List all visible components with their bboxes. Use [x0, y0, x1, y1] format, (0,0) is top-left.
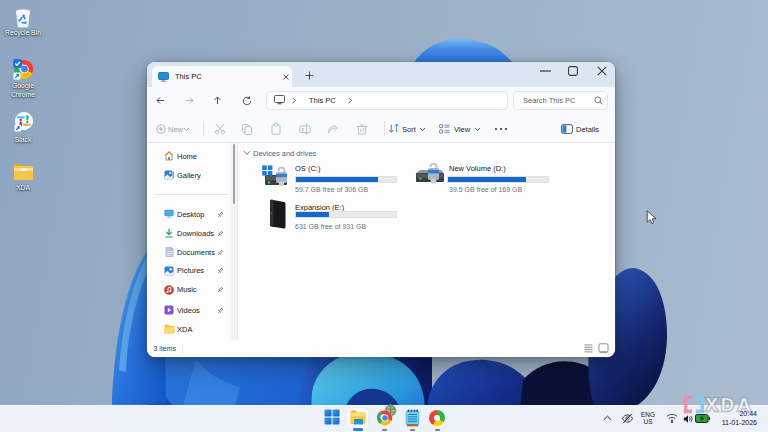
svg-text:XDA: XDA — [706, 394, 754, 415]
